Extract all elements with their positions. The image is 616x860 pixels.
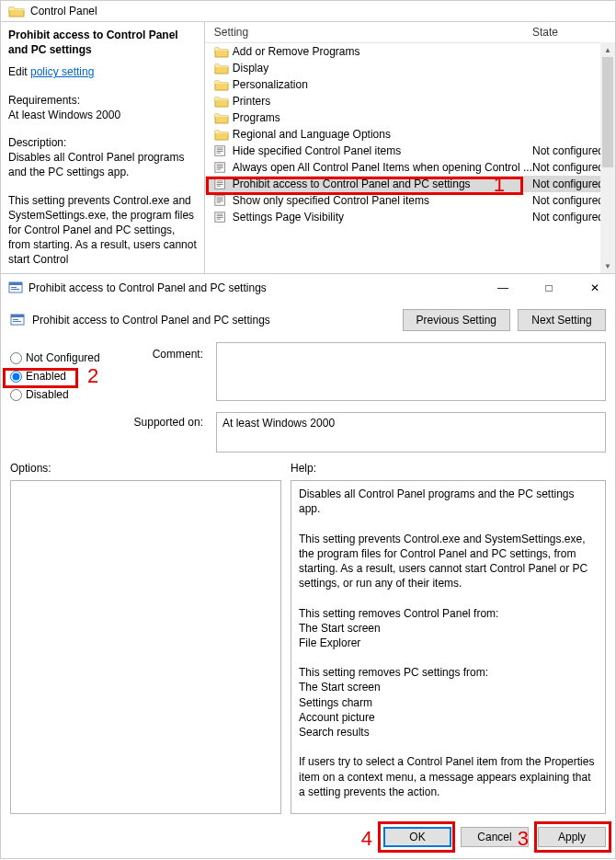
scroll-thumb[interactable] [602,57,613,167]
help-column: Help: Disables all Control Panel program… [291,462,606,814]
svg-rect-17 [216,199,222,200]
scroll-track[interactable] [600,167,615,258]
list-item[interactable]: Show only specified Control Panel itemsN… [205,192,615,209]
svg-rect-28 [11,289,19,290]
list-item-label: Printers [229,95,532,108]
radio-not-configured[interactable]: Not Configured [10,351,113,364]
apply-button[interactable]: Apply [538,827,606,847]
radio-disabled[interactable]: Disabled [10,388,113,401]
setting-icon [214,211,229,224]
list-item-label: Hide specified Control Panel items [229,144,532,157]
list-item[interactable]: Programs [205,109,615,126]
svg-rect-30 [11,315,24,317]
list-item-label: Always open All Control Panel Items when… [229,161,532,174]
list-item[interactable]: Prohibit access to Control Panel and PC … [205,176,615,192]
radio-enabled-label: Enabled [26,370,66,383]
svg-rect-1 [216,148,222,149]
requirements-block: Requirements: At least Windows 2000 [8,93,197,122]
folder-icon [214,62,229,75]
list-item-label: Settings Page Visibility [229,211,532,224]
list-item[interactable]: Hide specified Control Panel itemsNot co… [205,143,615,159]
help-label: Help: [291,462,606,475]
radio-enabled-input[interactable] [10,371,22,383]
svg-rect-26 [9,282,22,285]
dialog-title: Prohibit access to Control Panel and PC … [29,281,477,294]
policy-icon [10,313,25,327]
list-item[interactable]: Personalization [205,76,615,93]
svg-rect-6 [216,165,222,166]
setting-icon [214,161,229,174]
next-setting-button[interactable]: Next Setting [518,309,606,331]
radio-disabled-label: Disabled [26,388,69,401]
close-button[interactable]: ✕ [575,274,615,302]
list-item[interactable]: Settings Page VisibilityNot configured [205,209,615,225]
comment-input[interactable] [216,342,606,401]
svg-rect-11 [216,181,222,182]
svg-rect-7 [216,166,222,166]
minimize-button[interactable]: — [483,274,523,302]
requirements-value: At least Windows 2000 [8,108,197,122]
previous-setting-button[interactable]: Previous Setting [403,309,510,331]
list-item-label: Programs [229,111,532,124]
gp-body: Prohibit access to Control Panel and PC … [1,22,615,273]
options-box[interactable] [10,480,281,814]
list-item[interactable]: Printers [205,93,615,109]
ok-button[interactable]: OK [383,827,451,847]
description-block: Description: Disables all Control Panel … [8,135,197,180]
col-setting[interactable]: Setting [214,26,532,39]
svg-rect-31 [13,319,18,320]
annotation-num-3: 3 [518,827,529,851]
dialog-subtitle: Prohibit access to Control Panel and PC … [32,314,395,327]
list-item[interactable]: Display [205,60,615,76]
radio-not-configured-input[interactable] [10,352,22,364]
list-item[interactable]: Regional and Language Options [205,126,615,143]
policy-editor-dialog: Prohibit access to Control Panel and PC … [0,274,616,859]
svg-rect-13 [216,184,222,185]
list-item-label: Add or Remove Programs [229,45,532,58]
app-icon [8,281,23,295]
scroll-down-icon[interactable]: ▼ [600,258,615,273]
group-policy-panel: Control Panel Prohibit access to Control… [0,0,616,274]
folder-icon [214,95,229,108]
setting-icon [214,194,229,207]
annotation-num-2: 2 [87,364,98,388]
svg-rect-3 [216,151,222,152]
edit-prefix: Edit [8,65,30,78]
comment-label: Comment: [120,342,209,361]
list-item-label: Show only specified Control Panel items [229,194,532,207]
description-label: Description: [8,135,197,150]
list-item[interactable]: Add or Remove Programs [205,43,615,60]
svg-rect-21 [216,214,222,215]
supported-value: At least Windows 2000 [216,412,606,453]
svg-rect-4 [216,153,220,154]
svg-rect-22 [216,215,222,216]
folder-icon [214,128,229,141]
svg-rect-12 [216,182,222,183]
folder-icon [214,45,229,58]
dialog-config-grid: Not Configured Enabled Disabled 2 Commen… [1,338,615,453]
scrollbar[interactable]: ▲ ▼ [600,42,615,273]
list-item[interactable]: Always open All Control Panel Items when… [205,159,615,176]
scroll-up-icon[interactable]: ▲ [600,42,615,57]
svg-rect-32 [13,321,21,322]
help-text[interactable]: Disables all Control Panel programs and … [291,480,606,814]
comment-field-wrap [216,342,606,404]
svg-rect-9 [216,169,220,170]
maximize-button[interactable]: □ [529,274,569,302]
list-item-label: Prohibit access to Control Panel and PC … [229,178,532,190]
gp-header-title: Control Panel [30,5,97,17]
edit-policy-link[interactable]: policy setting [30,65,94,78]
options-label: Options: [10,462,281,475]
dialog-lower: Options: Help: Disables all Control Pane… [1,453,615,814]
description-value: Disables all Control Panel programs and … [8,150,197,179]
annotation-num-1: 1 [494,173,505,197]
col-state[interactable]: State [532,26,615,39]
folder-icon [214,78,229,91]
supported-label: Supported on: [10,407,209,429]
gp-columns: Setting State [205,22,615,43]
gp-main: Setting State Add or Remove ProgramsDisp… [205,22,615,273]
radio-disabled-input[interactable] [10,389,22,401]
svg-rect-27 [11,287,17,288]
description-para2: This setting prevents Control.exe and Sy… [8,193,197,268]
edit-line: Edit policy setting [8,64,197,79]
